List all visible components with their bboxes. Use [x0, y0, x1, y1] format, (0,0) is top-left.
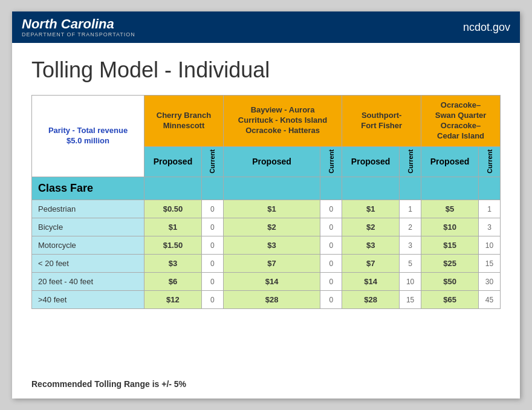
- td-current: 2: [400, 218, 421, 236]
- td-proposed: $3: [342, 236, 400, 255]
- td-current: 0: [320, 236, 342, 255]
- td-current: 3: [400, 236, 421, 255]
- td-proposed: $1: [144, 218, 202, 236]
- content: Tolling Model - Individual Parity - Tota…: [12, 43, 520, 399]
- td-proposed: $2: [342, 218, 400, 236]
- td-proposed: $12: [144, 291, 202, 309]
- row-label: 20 feet - 40 feet: [32, 273, 144, 291]
- td-proposed: $50: [421, 273, 479, 291]
- td-current: 1: [479, 200, 501, 218]
- td-current: 0: [320, 291, 342, 309]
- table-row: < 20 feet$30$70$75$2515: [32, 255, 501, 273]
- row-label: < 20 feet: [32, 255, 144, 273]
- td-current: 0: [201, 291, 223, 309]
- td-current: 45: [479, 291, 501, 309]
- th-current-3: Current: [400, 146, 421, 177]
- td-current: 3: [479, 218, 501, 236]
- td-current: 0: [201, 200, 223, 218]
- col-southport: Southport-Fort Fisher: [342, 96, 421, 147]
- td-current: 0: [320, 273, 342, 291]
- td-proposed: $1.50: [144, 236, 202, 255]
- table-row: >40 feet$120$280$2815$6545: [32, 291, 501, 309]
- th-proposed-4: Proposed: [421, 146, 479, 177]
- slide: North Carolina Department of Transportat…: [12, 11, 520, 399]
- table-row: Bicycle$10$20$22$103: [32, 218, 501, 236]
- header: North Carolina Department of Transportat…: [12, 11, 520, 43]
- td-proposed: $25: [421, 255, 479, 273]
- logo-title: North Carolina: [22, 17, 135, 31]
- table-row: 20 feet - 40 feet$60$140$1410$5030: [32, 273, 501, 291]
- td-current: 15: [479, 255, 501, 273]
- header-url: ncdot.gov: [463, 21, 510, 34]
- th-proposed-2: Proposed: [223, 146, 320, 177]
- td-proposed: $6: [144, 273, 202, 291]
- td-current: 0: [201, 218, 223, 236]
- td-current: 1: [400, 200, 421, 218]
- row-label: Bicycle: [32, 218, 144, 236]
- table-row: Pedestrian$0.500$10$11$51: [32, 200, 501, 218]
- td-proposed: $7: [342, 255, 400, 273]
- tolling-table: Parity - Total revenue$5.0 million Cherr…: [31, 95, 501, 309]
- page-title: Tolling Model - Individual: [31, 57, 501, 83]
- td-proposed: $1: [223, 200, 320, 218]
- td-current: 0: [320, 200, 342, 218]
- footnote: Recommended Tolling Range is +/- 5%: [31, 379, 501, 389]
- header-logo: North Carolina Department of Transportat…: [22, 17, 135, 37]
- td-proposed: $3: [144, 255, 202, 273]
- col-ocracoke: Ocracoke–Swan QuarterOcracoke–Cedar Isla…: [421, 96, 501, 147]
- row-label: Pedestrian: [32, 200, 144, 218]
- td-current: 0: [320, 218, 342, 236]
- td-current: 30: [479, 273, 501, 291]
- td-current: 10: [400, 273, 421, 291]
- th-current-1: Current: [201, 146, 223, 177]
- td-proposed: $15: [421, 236, 479, 255]
- logo-subtitle: Department of Transportation: [22, 31, 135, 37]
- td-proposed: $65: [421, 291, 479, 309]
- td-current: 15: [400, 291, 421, 309]
- col-cherry-branch: Cherry BranchMinnescott: [144, 96, 224, 147]
- td-proposed: $14: [342, 273, 400, 291]
- th-proposed-3: Proposed: [342, 146, 400, 177]
- class-fare-row: Class Fare: [32, 177, 501, 200]
- td-proposed: $28: [342, 291, 400, 309]
- td-proposed: $1: [342, 200, 400, 218]
- td-current: 5: [400, 255, 421, 273]
- th-current-2: Current: [320, 146, 342, 177]
- table-container: Parity - Total revenue$5.0 million Cherr…: [31, 95, 501, 372]
- row-label: Motorcycle: [32, 236, 144, 255]
- table-row: Motorcycle$1.500$30$33$1510: [32, 236, 501, 255]
- row-label: >40 feet: [32, 291, 144, 309]
- td-current: 0: [201, 255, 223, 273]
- td-current: 0: [320, 255, 342, 273]
- td-proposed: $2: [223, 218, 320, 236]
- td-proposed: $5: [421, 200, 479, 218]
- th-proposed-1: Proposed: [144, 146, 202, 177]
- col-bayview: Bayview - AuroraCurrituck - Knots Island…: [223, 96, 342, 147]
- td-proposed: $7: [223, 255, 320, 273]
- class-fare-label: Class Fare: [32, 177, 144, 200]
- td-proposed: $28: [223, 291, 320, 309]
- td-proposed: $0.50: [144, 200, 202, 218]
- td-current: 10: [479, 236, 501, 255]
- td-current: 0: [201, 273, 223, 291]
- table-header-row-1: Parity - Total revenue$5.0 million Cherr…: [32, 96, 501, 147]
- td-proposed: $14: [223, 273, 320, 291]
- th-current-4: Current: [479, 146, 501, 177]
- parity-cell: Parity - Total revenue$5.0 million: [32, 96, 144, 177]
- td-current: 0: [201, 236, 223, 255]
- td-proposed: $3: [223, 236, 320, 255]
- td-proposed: $10: [421, 218, 479, 236]
- table-body: Class FarePedestrian$0.500$10$11$51Bicyc…: [32, 177, 501, 309]
